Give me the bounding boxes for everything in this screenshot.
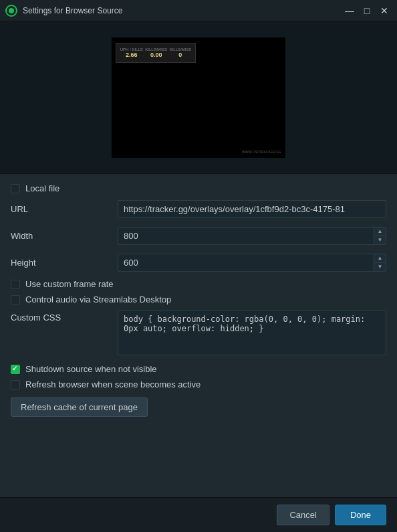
- overlay-cell-3: KILLS/MISS 0: [170, 48, 192, 58]
- url-row: URL: [11, 199, 386, 219]
- local-file-label[interactable]: Local file: [25, 183, 59, 193]
- local-file-row: Local file: [11, 183, 386, 193]
- local-file-checkbox[interactable]: [11, 184, 20, 193]
- overlay-cell-2: KILLS/MISS 0.00: [145, 48, 167, 58]
- width-label: Width: [11, 231, 118, 241]
- done-button[interactable]: Done: [335, 505, 386, 525]
- watermark: WWW.CSDTRACKER.GG: [242, 150, 281, 154]
- svg-point-1: [9, 8, 14, 13]
- refresh-browser-label[interactable]: Refresh browser when scene becomes activ…: [25, 379, 201, 389]
- custom-frame-rate-row: Use custom frame rate: [11, 279, 386, 289]
- overlay-cell-1: UPH / KILLS 2.66: [120, 48, 143, 58]
- title-bar: Settings for Browser Source — □ ✕: [0, 0, 397, 21]
- custom-css-input[interactable]: body { background-color: rgba(0, 0, 0, 0…: [118, 310, 386, 355]
- overlay-widget: UPH / KILLS 2.66 KILLS/MISS 0.00 KILLS/M…: [116, 43, 196, 63]
- refresh-browser-row: Refresh browser when scene becomes activ…: [11, 379, 386, 389]
- shutdown-label[interactable]: Shutdown source when not visible: [25, 364, 157, 374]
- height-control: ▲ ▼: [118, 254, 386, 272]
- custom-frame-rate-label[interactable]: Use custom frame rate: [25, 279, 114, 289]
- preview-area: UPH / KILLS 2.66 KILLS/MISS 0.00 KILLS/M…: [0, 21, 397, 174]
- height-input[interactable]: [118, 254, 374, 271]
- refresh-browser-checkbox[interactable]: [11, 380, 20, 389]
- custom-css-control: body { background-color: rgba(0, 0, 0, 0…: [118, 310, 386, 357]
- control-audio-row: Control audio via Streamlabs Desktop: [11, 294, 386, 304]
- shutdown-row: Shutdown source when not visible: [11, 364, 386, 374]
- custom-css-label: Custom CSS: [11, 310, 118, 323]
- height-row: Height ▲ ▼: [11, 252, 386, 272]
- width-row: Width ▲ ▼: [11, 226, 386, 246]
- width-decrement[interactable]: ▼: [374, 236, 386, 244]
- window-title: Settings for Browser Source: [23, 6, 342, 15]
- width-input[interactable]: [118, 228, 374, 244]
- width-spin-buttons: ▲ ▼: [374, 228, 386, 244]
- app-icon: [5, 5, 17, 17]
- url-label: URL: [11, 204, 118, 214]
- form-content: Local file URL Width ▲ ▼: [0, 174, 397, 426]
- height-increment[interactable]: ▲: [374, 254, 386, 262]
- url-control: [118, 200, 386, 218]
- refresh-cache-container: Refresh cache of current page: [11, 395, 386, 417]
- refresh-cache-button[interactable]: Refresh cache of current page: [11, 397, 148, 417]
- width-spinner: ▲ ▼: [118, 227, 386, 245]
- width-increment[interactable]: ▲: [374, 228, 386, 236]
- height-spinner: ▲ ▼: [118, 254, 386, 272]
- cancel-button[interactable]: Cancel: [277, 505, 329, 525]
- window-controls: — □ ✕: [342, 3, 392, 18]
- bottom-bar: Cancel Done: [0, 497, 397, 532]
- control-audio-label[interactable]: Control audio via Streamlabs Desktop: [25, 294, 171, 304]
- shutdown-checkbox[interactable]: [11, 365, 20, 374]
- maximize-button[interactable]: □: [360, 3, 374, 18]
- minimize-button[interactable]: —: [342, 3, 357, 18]
- custom-css-row: Custom CSS body { background-color: rgba…: [11, 310, 386, 357]
- control-audio-checkbox[interactable]: [11, 295, 20, 304]
- custom-frame-rate-checkbox[interactable]: [11, 280, 20, 289]
- url-input[interactable]: [118, 200, 386, 218]
- close-button[interactable]: ✕: [377, 3, 392, 18]
- main-content: UPH / KILLS 2.66 KILLS/MISS 0.00 KILLS/M…: [0, 21, 397, 497]
- width-control: ▲ ▼: [118, 227, 386, 245]
- preview-frame: UPH / KILLS 2.66 KILLS/MISS 0.00 KILLS/M…: [112, 37, 285, 158]
- height-decrement[interactable]: ▼: [374, 262, 386, 271]
- height-label: Height: [11, 258, 118, 268]
- height-spin-buttons: ▲ ▼: [374, 254, 386, 271]
